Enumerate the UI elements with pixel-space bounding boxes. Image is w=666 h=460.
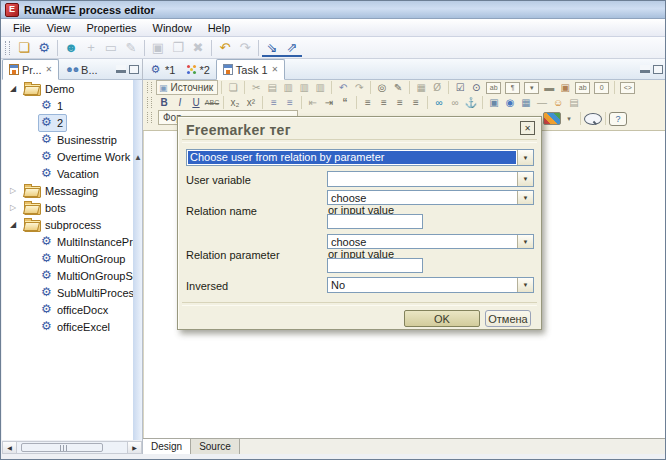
close-tab-icon[interactable]: ✕ [272,65,279,74]
tree-item-bots[interactable]: ▷bots [2,199,133,216]
anchor-icon[interactable]: ⚓ [463,96,479,110]
export-par-button[interactable]: ⇗ [282,41,302,57]
menu-view[interactable]: View [39,20,79,36]
new-process-button[interactable]: ⚙ [34,39,54,57]
align-justify-icon[interactable]: ≡ [408,96,424,110]
bold-icon[interactable]: B [156,96,172,110]
paste-word-icon[interactable]: ▥ [312,81,328,95]
tree-item-multiongroupsub[interactable]: ⚙MultiOnGroupSub [2,267,133,284]
tab-bots-view[interactable]: ☻☻ B... [59,59,103,80]
align-center-icon[interactable]: ≡ [376,96,392,110]
user-variable-select[interactable]: ▼ [327,171,534,187]
ok-button[interactable]: OK [404,310,480,327]
redo-icon[interactable]: ↷ [351,81,367,95]
label-icon[interactable]: ab [575,82,590,94]
pagebreak-icon[interactable]: ▤ [566,96,582,110]
actors-button[interactable]: ☻ [61,39,81,57]
collapse-arrow-icon[interactable]: ▲ [134,153,142,162]
new-page-icon[interactable]: ❏ [225,81,241,95]
smiley-icon[interactable]: ☺ [550,96,566,110]
hr-icon[interactable]: — [534,96,550,110]
paste-text-icon[interactable]: ▥ [296,81,312,95]
paste-icon[interactable]: ▥ [280,81,296,95]
tree-item-demo[interactable]: ◢Demo [2,80,133,97]
italic-icon[interactable]: I [172,96,188,110]
tree-item-1[interactable]: ⚙1 [2,97,133,114]
table-icon[interactable]: ▦ [518,96,534,110]
chevron-down-icon[interactable]: ▼ [517,278,533,292]
replace-icon[interactable]: ✎ [390,81,406,95]
scroll-left-arrow[interactable]: ◀ [3,442,17,453]
source-button[interactable]: Источник [156,80,218,95]
tree-item-multiongroup[interactable]: ⚙MultiOnGroup [2,250,133,267]
copy-icon[interactable]: ▤ [264,81,280,95]
inversed-select[interactable]: No ▼ [327,277,534,293]
radio-icon[interactable]: ⊙ [468,81,484,95]
unlink-icon[interactable]: ∞ [447,96,463,110]
tree-item-2[interactable]: ⚙2 [2,114,133,131]
tree-item-messaging[interactable]: ▷Messaging [2,182,133,199]
tab-process-explorer[interactable]: Pr... ✕ [2,59,59,80]
import-par-button[interactable]: ⇘ [262,41,282,57]
scrollbar-thumb[interactable] [21,443,103,452]
textarea-icon[interactable]: ¶ [505,82,520,94]
relation-parameter-input[interactable] [327,258,423,273]
sidebar-vertical-scrollbar[interactable] [133,80,142,440]
align-left-icon[interactable]: ≡ [360,96,376,110]
remove-format-icon[interactable]: Ø [429,81,445,95]
tab-editor-2[interactable]: *2 [181,59,215,80]
relation-name-input[interactable] [327,214,423,229]
twistie-icon[interactable]: ◢ [8,84,22,93]
minimize-view-button[interactable] [116,65,126,73]
align-right-icon[interactable]: ≡ [392,96,408,110]
undo-icon[interactable]: ↶ [335,81,351,95]
cancel-button[interactable]: Отмена [485,310,531,327]
relation-parameter-select[interactable]: choose ▼ [327,234,534,249]
superscript-icon[interactable]: x² [243,96,259,110]
cut-icon[interactable]: ✂ [248,81,264,95]
close-tab-icon[interactable]: ✕ [46,65,53,74]
twistie-icon[interactable]: ▷ [8,203,22,212]
flash-icon[interactable]: ◉ [502,96,518,110]
chevron-down-icon[interactable]: ▼ [517,191,533,204]
maximize-view-button[interactable] [129,65,139,74]
preview-icon[interactable] [584,113,602,125]
indent-icon[interactable]: ⇥ [321,96,337,110]
menu-properties[interactable]: Properties [78,20,144,36]
numbered-list-icon[interactable]: ≡ [266,96,282,110]
tree-item-subprocess[interactable]: ◢subprocess [2,216,133,233]
chevron-down-icon[interactable]: ▼ [517,235,533,248]
help-icon[interactable]: ? [609,112,627,126]
dialog-close-button[interactable]: ✕ [520,121,535,135]
imagebutton-icon[interactable]: ▣ [557,81,573,95]
relation-name-select[interactable]: choose ▼ [327,190,534,205]
tree-item-overtime-work[interactable]: ⚙Overtime Work [2,148,133,165]
outdent-icon[interactable]: ⇤ [305,96,321,110]
scroll-right-arrow[interactable]: ▶ [127,442,141,453]
chevron-down-icon[interactable]: ▼ [517,172,533,186]
tree-item-multiinstanceproc[interactable]: ⚙MultiInstanceProc [2,233,133,250]
textfield-icon[interactable]: ab [486,82,501,94]
text-color-icon[interactable] [543,112,561,125]
tab-design[interactable]: Design [143,439,191,454]
color-dropdown-arrow[interactable]: ▾ [561,112,577,126]
menu-help[interactable]: Help [200,20,239,36]
tab-task-1[interactable]: Task 1 ✕ [216,59,286,80]
new-button[interactable]: ❏ [14,39,34,57]
twistie-icon[interactable]: ◢ [8,220,22,229]
button-icon[interactable]: ▬ [541,81,557,95]
undo-button[interactable]: ↶ [215,39,235,57]
underline-icon[interactable]: U [188,96,204,110]
tree-item-vacation[interactable]: ⚙Vacation [2,165,133,182]
subscript-icon[interactable]: x₂ [227,96,243,110]
twistie-icon[interactable]: ▷ [8,186,22,195]
checkbox-icon[interactable]: ☑ [452,81,468,95]
blockquote-icon[interactable]: “ [337,96,353,110]
chevron-down-icon[interactable]: ▼ [517,150,533,165]
menu-window[interactable]: Window [145,20,200,36]
image-icon[interactable]: ▣ [486,96,502,110]
tag-type-select[interactable]: Choose user from relation by parameter ▼ [186,149,534,166]
maximize-editor-button[interactable] [653,65,663,74]
tab-source[interactable]: Source [191,439,240,454]
tree-item-officedocx[interactable]: ⚙officeDocx [2,301,133,318]
